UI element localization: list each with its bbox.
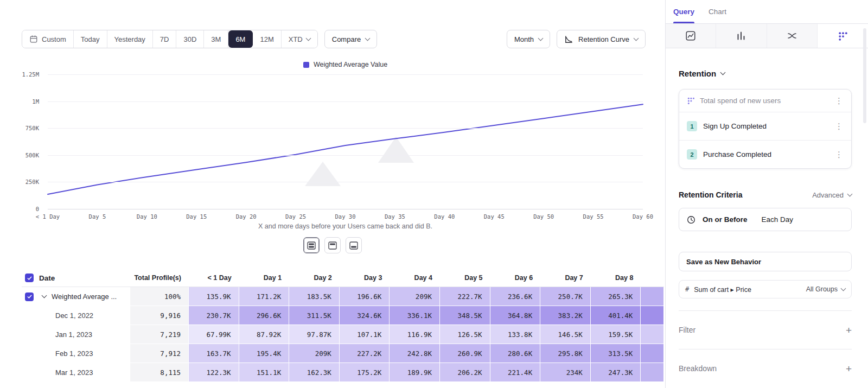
range-3m[interactable]: 3M bbox=[204, 30, 228, 48]
value-cell[interactable]: 234K bbox=[540, 363, 591, 382]
value-cell[interactable]: 324.6K bbox=[340, 306, 390, 325]
value-cell[interactable]: 209K bbox=[289, 344, 340, 363]
behavior-title-row[interactable]: Total spend of new users ⋮ bbox=[679, 90, 851, 112]
value-cell[interactable]: 295.8K bbox=[540, 344, 591, 363]
timing-select[interactable]: On or Before bbox=[703, 215, 748, 224]
value-cell[interactable]: 133.8K bbox=[490, 325, 541, 344]
range-custom[interactable]: Custom bbox=[22, 30, 74, 48]
value-cell[interactable]: 383.2K bbox=[540, 306, 591, 325]
value-cell[interactable]: 227.2K bbox=[340, 344, 390, 363]
range-yesterday[interactable]: Yesterday bbox=[107, 30, 153, 48]
value-cell[interactable]: 107.1K bbox=[340, 325, 390, 344]
value-cell[interactable]: 87.92K bbox=[239, 325, 290, 344]
table-row[interactable]: Feb 1, 20237,912163.7K195.4K209K227.2K24… bbox=[22, 344, 664, 363]
table-row[interactable]: Jan 1, 20237,21967.99K87.92K97.87K107.1K… bbox=[22, 325, 664, 344]
range-label: Custom bbox=[42, 35, 66, 43]
value-cell[interactable]: 250.7K bbox=[540, 287, 591, 306]
frequency-select[interactable]: Each Day bbox=[762, 215, 794, 224]
layout-table-view-button[interactable] bbox=[346, 237, 362, 253]
value-cell[interactable]: 183.5K bbox=[289, 287, 340, 306]
range-xtd[interactable]: XTD bbox=[282, 30, 317, 48]
kebab-menu-icon[interactable]: ⋮ bbox=[833, 122, 845, 130]
gridline bbox=[48, 155, 643, 156]
total-cell: 7,219 bbox=[130, 325, 189, 344]
add-filter-button[interactable]: + bbox=[846, 325, 852, 335]
value-cell[interactable]: 171.2K bbox=[239, 287, 290, 306]
value-cell[interactable]: 296.6K bbox=[239, 306, 290, 325]
value-cell[interactable]: 265.3K bbox=[591, 287, 641, 306]
table-row[interactable]: Mar 1, 20238,115122.3K151.1K162.3K175.2K… bbox=[22, 363, 664, 382]
value-cell[interactable]: 236.6K bbox=[490, 287, 541, 306]
behavior-step-2[interactable]: 2 Purchase Completed ⋮ bbox=[679, 140, 851, 168]
value-cell[interactable]: 67.99K bbox=[189, 325, 239, 344]
range-today[interactable]: Today bbox=[74, 30, 107, 48]
y-tick-label: 1M bbox=[32, 98, 39, 105]
value-cell[interactable]: 195.4K bbox=[239, 344, 290, 363]
kebab-menu-icon[interactable]: ⋮ bbox=[833, 97, 845, 105]
value-cell[interactable]: 230.7K bbox=[189, 306, 239, 325]
value-cell[interactable]: 175.2K bbox=[340, 363, 390, 382]
value-cell[interactable]: 222.7K bbox=[440, 287, 490, 306]
value-cell[interactable]: 122.3K bbox=[189, 363, 239, 382]
header-checkbox[interactable] bbox=[25, 273, 34, 282]
report-retention-tab[interactable] bbox=[818, 24, 868, 48]
chart-legend[interactable]: Weighted Average Value bbox=[48, 61, 643, 68]
value-cell[interactable]: 260.9K bbox=[440, 344, 490, 363]
report-flows-tab[interactable] bbox=[767, 24, 818, 48]
expand-chevron-icon[interactable] bbox=[42, 293, 47, 298]
value-cell[interactable]: 336.1K bbox=[390, 306, 440, 325]
value-cell[interactable]: 280.6K bbox=[490, 344, 541, 363]
compare-button[interactable]: Compare bbox=[324, 30, 377, 48]
value-cell[interactable]: 146.5K bbox=[540, 325, 591, 344]
value-cell[interactable]: 401.4K bbox=[591, 306, 641, 325]
value-cell[interactable]: 206.2K bbox=[440, 363, 490, 382]
value-cell[interactable]: 311.5K bbox=[289, 306, 340, 325]
sidebar-scrollbar[interactable] bbox=[863, 28, 866, 123]
value-cell[interactable]: 209K bbox=[390, 287, 440, 306]
retention-dropdown[interactable]: Retention bbox=[679, 69, 852, 78]
value-cell[interactable]: 313.5K bbox=[591, 344, 641, 363]
advanced-dropdown[interactable]: Advanced bbox=[812, 191, 852, 199]
value-cell[interactable]: 242.8K bbox=[390, 344, 440, 363]
kebab-menu-icon[interactable]: ⋮ bbox=[833, 150, 845, 158]
table-row[interactable]: Dec 1, 20229,916230.7K296.6K311.5K324.6K… bbox=[22, 306, 664, 325]
tab-chart[interactable]: Chart bbox=[709, 0, 726, 23]
value-cell[interactable]: 116.9K bbox=[390, 325, 440, 344]
value-cell[interactable]: 348.5K bbox=[440, 306, 490, 325]
value-cell[interactable]: 163.7K bbox=[189, 344, 239, 363]
save-as-new-behavior-button[interactable]: Save as New Behavior bbox=[679, 252, 852, 271]
range-12m[interactable]: 12M bbox=[253, 30, 281, 48]
row-checkbox[interactable] bbox=[25, 292, 34, 301]
value-cell[interactable]: 159.5K bbox=[591, 325, 641, 344]
measure-row[interactable]: # Sum of cart ▸ Price All Groups bbox=[679, 280, 852, 298]
granularity-button[interactable]: Month bbox=[507, 30, 550, 48]
value-cell[interactable]: 247.3K bbox=[591, 363, 641, 382]
behavior-step-1[interactable]: 1 Sign Up Completed ⋮ bbox=[679, 112, 851, 140]
value-cell[interactable]: 135.9K bbox=[189, 287, 239, 306]
add-breakdown-button[interactable]: + bbox=[846, 364, 852, 374]
range-30d[interactable]: 30D bbox=[176, 30, 204, 48]
value-cell[interactable]: 364.8K bbox=[490, 306, 541, 325]
value-cell[interactable]: 97.87K bbox=[289, 325, 340, 344]
table-row[interactable]: Weighted Average ...100%135.9K171.2K183.… bbox=[22, 287, 664, 306]
report-insights-tab[interactable] bbox=[666, 24, 716, 48]
all-groups-dropdown[interactable]: All Groups bbox=[806, 285, 845, 293]
value-cell[interactable]: 151.1K bbox=[239, 363, 290, 382]
value-cell[interactable]: 162.3K bbox=[289, 363, 340, 382]
value-cell[interactable]: 189.9K bbox=[390, 363, 440, 382]
measure-property-label[interactable]: Sum of cart ▸ Price bbox=[694, 285, 751, 294]
chevron-down-icon bbox=[841, 285, 846, 291]
report-funnels-tab[interactable] bbox=[716, 24, 767, 48]
x-tick-label: Day 55 bbox=[583, 213, 604, 220]
layout-chart-view-button[interactable] bbox=[324, 237, 341, 253]
value-cell[interactable]: 221.4K bbox=[490, 363, 541, 382]
layout-split-view-button[interactable] bbox=[303, 237, 320, 253]
row-label: Feb 1, 2023 bbox=[55, 349, 93, 358]
tab-query[interactable]: Query bbox=[673, 0, 694, 23]
range-7d[interactable]: 7D bbox=[153, 30, 177, 48]
chart-type-button[interactable]: Retention Curve bbox=[557, 30, 646, 48]
value-cell[interactable]: 126.5K bbox=[440, 325, 490, 344]
row-label-cell: Weighted Average ... bbox=[22, 287, 130, 306]
range-6m[interactable]: 6M bbox=[228, 30, 253, 48]
value-cell[interactable]: 196.6K bbox=[340, 287, 390, 306]
